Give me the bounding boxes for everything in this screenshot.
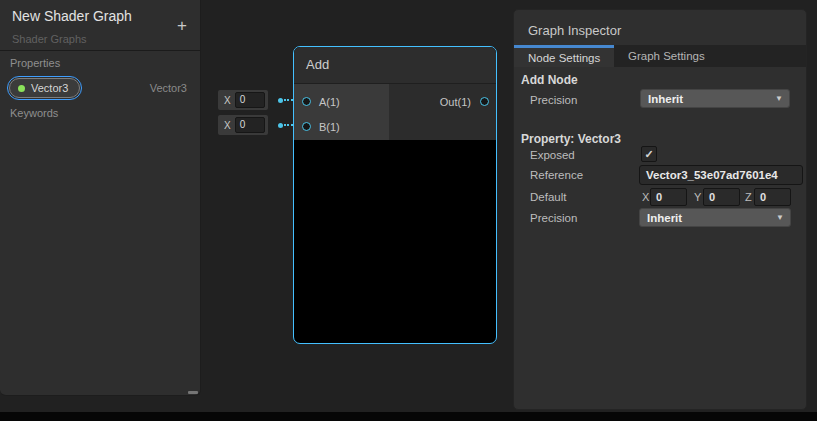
default-z-label: Z (745, 191, 752, 203)
exposed-checkbox[interactable]: ✓ (641, 146, 657, 162)
default-label: Default (530, 191, 566, 203)
divider (0, 50, 200, 51)
default-y-field[interactable]: 0 (703, 188, 740, 206)
property-pill-label: Vector3 (31, 82, 68, 94)
x-component-label: X (224, 120, 231, 131)
connection-dot (278, 123, 283, 128)
port-a-label: A(1) (319, 96, 340, 108)
x-value-field[interactable]: 0 (235, 117, 265, 133)
reference-field[interactable]: Vector3_53e07ad7601e4 (639, 165, 803, 185)
add-node[interactable]: Add A(1) B(1) Out(1) (293, 46, 497, 344)
inspector-tab-strip: Node Settings Graph Settings (514, 45, 806, 67)
reference-label: Reference (530, 169, 583, 181)
add-property-button[interactable]: + (177, 17, 187, 34)
checkmark-icon: ✓ (644, 148, 653, 161)
graph-inspector-panel: Graph Inspector Node Settings Graph Sett… (513, 9, 807, 410)
blackboard-panel: New Shader Graph + Shader Graphs Propert… (0, 0, 201, 396)
graph-subtitle: Shader Graphs (12, 33, 87, 45)
resize-handle[interactable] (188, 391, 198, 394)
port-a[interactable] (302, 97, 311, 106)
chevron-down-icon: ▼ (775, 94, 783, 103)
port-default-input-a: X 0 (218, 90, 268, 110)
connection-dot (278, 98, 283, 103)
port-out-label: Out(1) (440, 96, 471, 108)
x-component-label: X (224, 95, 231, 106)
port-out[interactable] (480, 97, 489, 106)
node-precision-dropdown[interactable]: Inherit ▼ (640, 89, 790, 108)
property-pill-body: Vector3 (9, 78, 80, 98)
port-default-input-b: X 0 (218, 115, 268, 135)
default-z-field[interactable]: 0 (754, 188, 791, 206)
port-b-label: B(1) (319, 121, 340, 133)
default-x-field[interactable]: 0 (650, 188, 687, 206)
properties-section-label[interactable]: Properties (10, 57, 60, 69)
property-type-dot-icon (18, 85, 25, 92)
add-node-title: Add (306, 47, 329, 83)
property-section-title: Property: Vector3 (521, 132, 621, 146)
tab-node-settings[interactable]: Node Settings (514, 45, 614, 67)
add-node-section-title: Add Node (521, 73, 578, 87)
graph-title: New Shader Graph (12, 8, 132, 24)
default-x-label: X (642, 191, 649, 203)
property-pill-vector3[interactable]: Vector3 (7, 76, 82, 100)
property-precision-dropdown[interactable]: Inherit ▼ (639, 208, 791, 227)
tab-graph-settings[interactable]: Graph Settings (614, 45, 732, 67)
shader-graph-window: New Shader Graph + Shader Graphs Propert… (0, 0, 817, 421)
port-b[interactable] (302, 122, 311, 131)
output-ports-area (389, 84, 496, 140)
inspector-title: Graph Inspector (528, 23, 621, 38)
exposed-label: Exposed (530, 149, 575, 161)
property-precision-label: Precision (530, 212, 577, 224)
input-ports-area (294, 84, 389, 140)
node-precision-value: Inherit (648, 93, 683, 105)
x-value-field[interactable]: 0 (235, 92, 265, 108)
add-node-header[interactable]: Add (294, 47, 496, 84)
window-bottom-edge (0, 412, 817, 421)
chevron-down-icon: ▼ (776, 213, 784, 222)
keywords-section-label[interactable]: Keywords (10, 107, 58, 119)
property-precision-value: Inherit (647, 212, 682, 224)
precision-label: Precision (530, 94, 577, 106)
property-type-label: Vector3 (150, 82, 187, 94)
default-y-label: Y (694, 191, 701, 203)
